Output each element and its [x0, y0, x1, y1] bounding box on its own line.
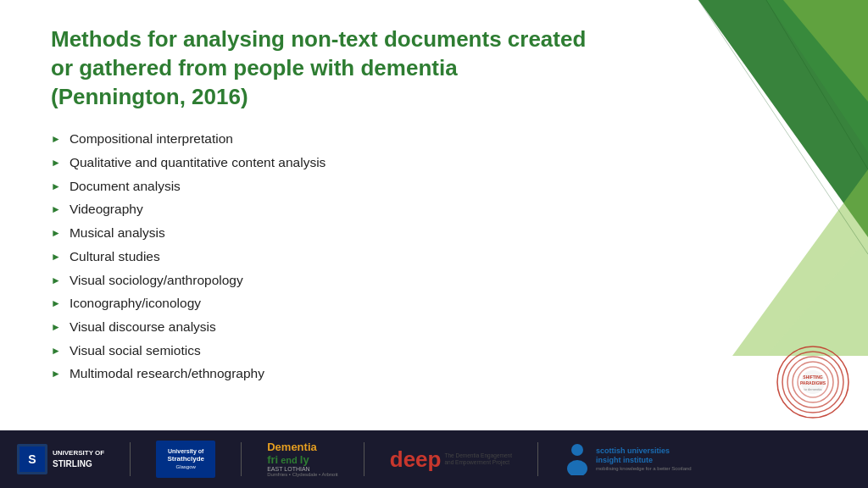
bullet-text: Cultural studies [70, 247, 160, 266]
bullet-arrow-icon: ► [51, 344, 61, 358]
bullet-text: Videography [70, 200, 143, 219]
bullet-text: Musical analysis [70, 224, 165, 242]
stirling-text: UNIVERSITY OF STIRLING [53, 449, 104, 469]
bullet-arrow-icon: ► [51, 202, 61, 217]
bullet-text: Document analysis [70, 177, 181, 196]
svg-line-5 [698, 0, 868, 254]
suis-person-icon [564, 443, 591, 475]
bullet-text: Visual discourse analysis [70, 318, 216, 336]
bullet-text: Multimodal research/ethnography [70, 364, 264, 383]
bullet-arrow-icon: ► [51, 367, 61, 381]
svg-text:SHIFTING: SHIFTING [803, 374, 822, 380]
bullet-text: Qualitative and quantitative content ana… [70, 153, 326, 172]
list-item: ►Cultural studies [51, 247, 597, 266]
stirling-icon: S [17, 444, 47, 474]
divider-2 [241, 442, 242, 476]
divider-1 [130, 442, 131, 476]
divider-4 [537, 442, 538, 476]
svg-point-18 [571, 444, 583, 456]
divider-3 [364, 442, 364, 476]
bullet-arrow-icon: ► [51, 226, 61, 241]
bullet-arrow-icon: ► [51, 180, 61, 194]
footer: S UNIVERSITY OF STIRLING University of S… [0, 430, 868, 488]
list-item: ►Compositional interpretation [51, 130, 597, 148]
svg-marker-0 [698, 0, 868, 237]
svg-text:PARADIGMS: PARADIGMS [800, 380, 826, 385]
list-item: ►Visual discourse analysis [51, 318, 597, 336]
slide-title: Methods for analysing non-text documents… [51, 25, 597, 111]
list-item: ►Visual sociology/anthropology [51, 271, 597, 290]
main-content: Methods for analysing non-text documents… [51, 17, 597, 420]
bullet-arrow-icon: ► [51, 250, 61, 264]
logo-strathclyde: University of Strathclyde Glasgow [156, 441, 215, 478]
bullet-arrow-icon: ► [51, 297, 61, 311]
logo-stirling: S UNIVERSITY OF STIRLING [17, 444, 104, 474]
svg-marker-4 [766, 237, 868, 356]
list-item: ►Musical analysis [51, 224, 597, 242]
svg-marker-1 [766, 0, 868, 152]
slide: Methods for analysing non-text documents… [0, 0, 868, 488]
logo-dementia-friendly: Dementia fri end ly EAST LOTHIAN Dumfrie… [267, 441, 338, 478]
svg-marker-3 [732, 169, 868, 356]
svg-marker-2 [783, 0, 868, 102]
list-item: ►Multimodal research/ethnography [51, 364, 597, 383]
bullet-list: ►Compositional interpretation►Qualitativ… [51, 130, 597, 383]
list-item: ►Iconography/iconology [51, 294, 597, 313]
bullet-text: Iconography/iconology [70, 294, 201, 313]
bullet-arrow-icon: ► [51, 132, 61, 147]
shifting-paradigms-logo: SHIFTING PARADIGMS to dementia [775, 344, 851, 420]
svg-text:to dementia: to dementia [804, 387, 823, 391]
logo-suis: scottish universities insight institute … [564, 443, 692, 475]
bullet-arrow-icon: ► [51, 320, 61, 335]
list-item: ►Videography [51, 200, 597, 219]
logo-deep: deep The Dementia Engagement and Empower… [390, 448, 512, 470]
svg-text:S: S [28, 452, 36, 466]
bullet-text: Visual social semiotics [70, 341, 201, 360]
svg-point-19 [567, 460, 587, 475]
list-item: ►Visual social semiotics [51, 341, 597, 360]
bullet-arrow-icon: ► [51, 274, 61, 288]
list-item: ►Document analysis [51, 177, 597, 196]
bullet-text: Compositional interpretation [70, 130, 233, 148]
suis-text-block: scottish universities insight institute … [596, 446, 692, 473]
bullet-text: Visual sociology/anthropology [70, 271, 243, 290]
bullet-arrow-icon: ► [51, 156, 61, 170]
decorative-background [597, 0, 868, 356]
list-item: ►Qualitative and quantitative content an… [51, 153, 597, 172]
svg-line-6 [766, 0, 868, 169]
